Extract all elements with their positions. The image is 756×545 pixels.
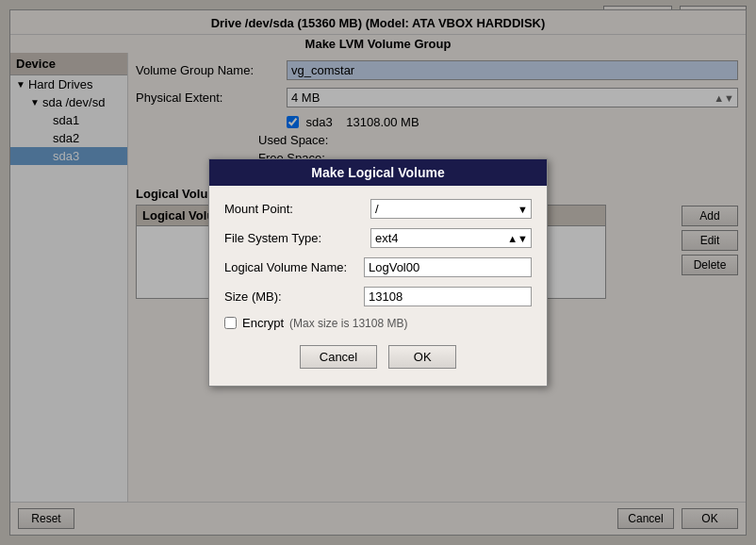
encrypt-checkbox[interactable]: [224, 317, 237, 329]
mount-point-row: Mount Point: / /boot /home /var /tmp swa…: [224, 199, 532, 219]
fs-type-select[interactable]: ext4 ext3 ext2 xfs btrfs swap: [370, 228, 532, 248]
fs-type-row: File System Type: ext4 ext3 ext2 xfs btr…: [224, 228, 532, 248]
lv-name-row: Logical Volume Name:: [224, 257, 532, 277]
fs-type-select-wrapper: ext4 ext3 ext2 xfs btrfs swap ▲▼: [370, 228, 532, 248]
encrypt-label: Encrypt: [242, 316, 284, 330]
modal-title-bar: Make Logical Volume: [209, 159, 547, 186]
mount-point-select-wrapper: / /boot /home /var /tmp swap ▼: [370, 199, 532, 219]
size-input[interactable]: [364, 287, 532, 306]
fs-type-label: File System Type:: [224, 231, 370, 245]
modal-title: Make Logical Volume: [311, 165, 444, 180]
modal-overlay: Make Logical Volume Mount Point: / /boot…: [0, 0, 756, 545]
make-logical-volume-dialog: Make Logical Volume Mount Point: / /boot…: [208, 158, 548, 387]
mount-point-label: Mount Point:: [224, 202, 370, 216]
size-label: Size (MB):: [224, 289, 364, 304]
max-size-text: (Max size is 13108 MB): [289, 317, 407, 330]
lv-name-input[interactable]: [364, 257, 532, 277]
size-row: Size (MB):: [224, 287, 532, 306]
mount-point-select[interactable]: / /boot /home /var /tmp swap: [370, 199, 532, 219]
modal-buttons: Cancel OK: [224, 339, 532, 372]
encrypt-row: Encrypt (Max size is 13108 MB): [224, 316, 532, 330]
modal-body: Mount Point: / /boot /home /var /tmp swa…: [209, 186, 547, 386]
modal-cancel-button[interactable]: Cancel: [300, 345, 377, 369]
lv-name-label: Logical Volume Name:: [224, 260, 364, 274]
modal-ok-button[interactable]: OK: [388, 345, 456, 369]
